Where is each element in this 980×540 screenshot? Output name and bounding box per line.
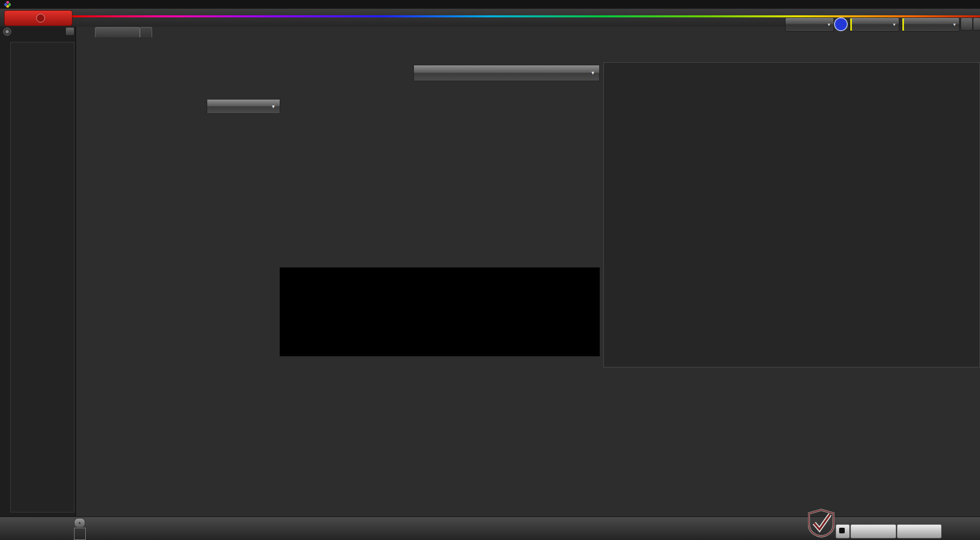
delta-h-chart <box>482 86 600 269</box>
chevron-down-icon: ▼ <box>892 22 896 27</box>
source-dropdown[interactable]: ▼ <box>849 17 899 32</box>
meter-dropdown[interactable]: ▼ <box>785 17 834 32</box>
sidebar <box>0 27 76 517</box>
actual-target-swatch-strip <box>280 267 600 356</box>
source-status-stripe <box>850 18 852 31</box>
black-square-icon <box>839 528 845 533</box>
bottom-patch-bar: ▲ <box>0 517 980 540</box>
chevron-down-icon: ▼ <box>952 22 957 27</box>
delta-c-chart <box>378 86 495 269</box>
next-button[interactable] <box>897 524 942 538</box>
calman-app-window: ▼ ▼ ▼ ▼ ▼ <box>0 0 980 540</box>
calman-app-icon <box>4 1 11 8</box>
chevron-down-icon <box>36 14 45 22</box>
collapse-sidebar-button[interactable] <box>65 27 75 36</box>
back-button[interactable] <box>850 524 896 538</box>
rgb-balance-chart <box>214 372 347 492</box>
shield-check-icon <box>808 508 835 538</box>
display-control-status-stripe <box>902 18 904 31</box>
settings-button[interactable] <box>961 17 973 31</box>
delta-e-2000-chart <box>77 116 281 354</box>
add-tab-button[interactable] <box>140 27 152 37</box>
tab-history-1[interactable] <box>95 27 140 37</box>
collapse-panel-right-button[interactable] <box>973 17 980 31</box>
cie-1976-panel <box>603 62 980 367</box>
preview-patch-swatch <box>74 528 86 540</box>
meter-count-badge[interactable] <box>834 17 848 31</box>
meter-status-stripe <box>786 18 788 31</box>
display-control-dropdown[interactable]: ▼ <box>901 17 960 32</box>
chevron-down-icon: ▼ <box>591 70 595 76</box>
calman-menu-button[interactable] <box>4 10 72 26</box>
blank-screen-button[interactable] <box>836 524 850 538</box>
record-indicator-button[interactable] <box>3 28 11 36</box>
levels-dropdown[interactable]: ▼ <box>413 65 600 81</box>
delta-l-chart <box>275 86 392 269</box>
de-formula-dropdown[interactable]: ▼ <box>207 99 280 114</box>
rainbow-divider <box>72 15 980 17</box>
window-titlebar <box>0 0 980 9</box>
chevron-down-icon: ▼ <box>827 22 831 27</box>
record-dot-icon <box>6 30 9 33</box>
triangle-up-icon: ▲ <box>78 521 82 524</box>
workflow-tree <box>10 42 75 512</box>
patch-preview-button[interactable]: ▲ <box>74 518 85 528</box>
